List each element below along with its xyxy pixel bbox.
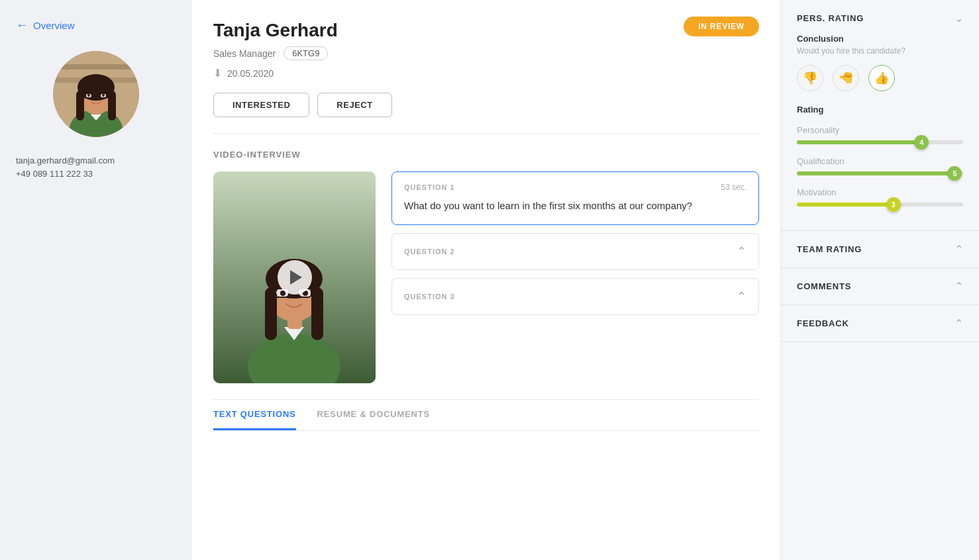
download-icon: ⬇ xyxy=(213,67,222,79)
play-button[interactable] xyxy=(278,260,312,295)
video-player[interactable] xyxy=(213,171,376,383)
role-badge: 6KTG9 xyxy=(283,46,328,60)
role-label: Sales Manager xyxy=(213,48,276,59)
team-rating-chevron-icon: ⌃ xyxy=(954,243,963,256)
contact-info: tanja.gerhard@gmail.com +49 089 111 222 … xyxy=(16,156,115,182)
bottom-tabs: TEXT QUESTIONS RESUME & DOCUMENTS xyxy=(213,399,759,431)
pers-rating-title: PERS. RATING xyxy=(797,13,864,23)
candidate-meta: Sales Manager 6KTG9 xyxy=(213,46,338,60)
personality-thumb[interactable]: 4 xyxy=(914,135,929,150)
svg-rect-9 xyxy=(76,91,84,120)
motivation-fill xyxy=(797,203,894,207)
divider xyxy=(213,133,759,134)
personality-label: Personality xyxy=(797,125,963,135)
candidate-date: 20.05.2020 xyxy=(227,68,274,79)
left-sidebar: ← Overview xyxy=(0,0,192,560)
question-1-card[interactable]: QUESTION 1 53 sec. What do you want to l… xyxy=(391,171,759,225)
thumbs-down-button[interactable]: 👎 xyxy=(797,65,823,91)
comments-chevron-icon: ⌃ xyxy=(954,280,963,293)
qualification-fill xyxy=(797,171,954,175)
qualification-track[interactable]: 5 xyxy=(797,171,963,175)
qualification-label: Qualification xyxy=(797,156,963,166)
question-1-num: QUESTION 1 xyxy=(404,183,455,191)
pers-rating-section: PERS. RATING ⌄ Conclusion Would you hire… xyxy=(781,0,979,231)
rating-section-title: Rating xyxy=(797,105,963,115)
candidate-name: Tanja Gerhard xyxy=(213,20,338,41)
right-sidebar: PERS. RATING ⌄ Conclusion Would you hire… xyxy=(780,0,979,560)
feedback-header[interactable]: FEEDBACK ⌃ xyxy=(797,317,963,330)
avatar-image xyxy=(53,51,139,137)
qualification-thumb[interactable]: 5 xyxy=(947,166,962,181)
email: tanja.gerhard@gmail.com xyxy=(16,156,115,165)
interested-button[interactable]: INTERESTED xyxy=(213,93,309,117)
feedback-chevron-icon: ⌃ xyxy=(954,317,963,330)
motivation-rating: Motivation 3 xyxy=(797,187,963,207)
thumbs-sideways-button[interactable]: 👍 xyxy=(833,65,859,91)
conclusion-sub: Would you hire this candidate? xyxy=(797,46,963,56)
thumb-group: 👎 👍 👍 xyxy=(797,65,963,91)
comments-title: COMMENTS xyxy=(797,281,851,291)
tab-row: TEXT QUESTIONS RESUME & DOCUMENTS xyxy=(213,400,759,431)
status-badge: IN REVIEW xyxy=(684,20,759,32)
team-rating-section: TEAM RATING ⌃ xyxy=(781,231,979,268)
tab-resume-documents[interactable]: RESUME & DOCUMENTS xyxy=(317,400,430,430)
avatar xyxy=(53,51,139,137)
comments-header[interactable]: COMMENTS ⌃ xyxy=(797,280,963,293)
question-3-collapsed: QUESTION 3 ⌃ xyxy=(404,289,747,304)
motivation-track[interactable]: 3 xyxy=(797,203,963,207)
thumbs-up-button[interactable]: 👍 xyxy=(868,65,895,91)
question-3-chevron-icon: ⌃ xyxy=(737,289,747,304)
comments-section: COMMENTS ⌃ xyxy=(781,268,979,305)
question-2-chevron-icon: ⌃ xyxy=(737,244,747,259)
action-buttons: INTERESTED REJECT xyxy=(213,93,759,117)
candidate-header: Tanja Gerhard Sales Manager 6KTG9 ⬇ 20.0… xyxy=(213,20,759,79)
question-1-text: What do you want to learn in the first s… xyxy=(404,199,747,214)
tab-text-questions[interactable]: TEXT QUESTIONS xyxy=(213,400,296,430)
svg-rect-10 xyxy=(108,91,116,120)
back-arrow-icon: ← xyxy=(16,19,28,32)
pers-rating-header[interactable]: PERS. RATING ⌄ xyxy=(797,12,963,24)
question-2-num: QUESTION 2 xyxy=(404,248,455,256)
svg-point-14 xyxy=(102,94,105,97)
conclusion-label: Conclusion xyxy=(797,34,963,44)
personality-fill xyxy=(797,140,921,144)
question-1-header: QUESTION 1 53 sec. xyxy=(404,183,747,192)
back-link[interactable]: ← Overview xyxy=(16,19,75,32)
feedback-title: FEEDBACK xyxy=(797,318,849,328)
back-label: Overview xyxy=(33,20,75,31)
motivation-thumb[interactable]: 3 xyxy=(886,197,901,212)
team-rating-header[interactable]: TEAM RATING ⌃ xyxy=(797,243,963,256)
questions-panel: QUESTION 1 53 sec. What do you want to l… xyxy=(391,171,759,383)
qualification-rating: Qualification 5 xyxy=(797,156,963,175)
video-interview-title: VIDEO-INTERVIEW xyxy=(213,150,759,160)
personality-track[interactable]: 4 xyxy=(797,140,963,144)
pers-rating-chevron-icon: ⌄ xyxy=(954,12,963,24)
svg-point-13 xyxy=(87,94,90,97)
candidate-info: Tanja Gerhard Sales Manager 6KTG9 ⬇ 20.0… xyxy=(213,20,338,79)
reject-button[interactable]: REJECT xyxy=(317,93,391,117)
motivation-label: Motivation xyxy=(797,187,963,197)
svg-rect-3 xyxy=(53,64,139,70)
video-interview-wrap: QUESTION 1 53 sec. What do you want to l… xyxy=(213,171,759,383)
question-2-card[interactable]: QUESTION 2 ⌃ xyxy=(391,233,759,270)
question-3-num: QUESTION 3 xyxy=(404,293,455,301)
feedback-section: FEEDBACK ⌃ xyxy=(781,305,979,342)
personality-rating: Personality 4 xyxy=(797,125,963,144)
question-2-collapsed: QUESTION 2 ⌃ xyxy=(404,244,747,259)
phone: +49 089 111 222 33 xyxy=(16,169,115,179)
question-3-card[interactable]: QUESTION 3 ⌃ xyxy=(391,278,759,315)
main-content: Tanja Gerhard Sales Manager 6KTG9 ⬇ 20.0… xyxy=(192,0,780,560)
date-row: ⬇ 20.05.2020 xyxy=(213,67,338,79)
question-1-time: 53 sec. xyxy=(721,183,747,192)
svg-rect-26 xyxy=(311,287,323,340)
team-rating-title: TEAM RATING xyxy=(797,244,862,254)
